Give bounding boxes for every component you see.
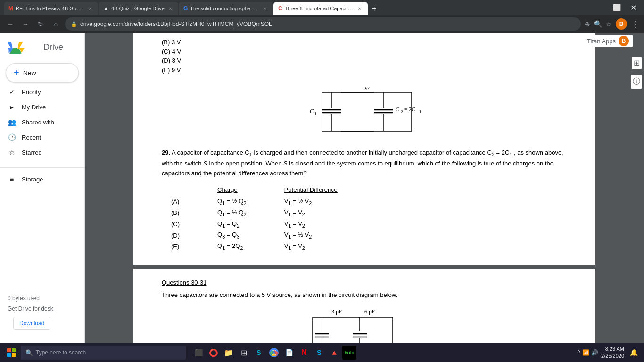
tab-drive[interactable]: ▲ 4B Quiz - Google Drive ✕ [99,2,178,15]
titan-apps-panel: Titan Apps B [583,35,633,47]
row-d-option: (D) [171,230,217,241]
bookmark-icon[interactable]: ☆ [606,20,612,28]
tab-capacitors-label: Three 6-microfarad Capacitors A... [285,6,354,11]
taskbar-search-placeholder: Type here to search [36,349,86,356]
file-explorer-icon[interactable]: 📁 [222,346,236,360]
chevron-up-icon[interactable]: ^ [577,349,580,356]
info-icon[interactable]: ⓘ [631,75,642,89]
question-29-text: 29. A capacitor of capacitance C1 is cha… [162,148,567,179]
download-button[interactable]: Download [13,317,50,330]
netflix-icon[interactable]: N [297,346,311,360]
back-button[interactable]: ← [5,18,16,30]
svg-rect-56 [12,353,16,357]
svg-text:3 μF: 3 μF [331,308,342,315]
address-bar: ← → ↻ ⌂ 🔒 drive.google.com/drive/folders… [0,15,644,33]
drive-logo-text: Drive [43,42,63,52]
sidebar-item-priority[interactable]: ✓ Priority [0,85,81,99]
sidebar-item-priority-label: Priority [22,89,41,96]
row-b-option: (B) [171,207,217,219]
row-d-charge: Q3 = Q3 [217,230,284,241]
option-b: (B) 3 V [162,38,567,47]
tab-drive-label: 4B Quiz - Google Drive [111,6,165,11]
row-c-potential: V1 = V2 [284,219,375,230]
start-menu-icon[interactable]: ⊞ [237,346,251,360]
sidebar-item-shared[interactable]: 👥 Shared with [0,115,81,129]
clock-date: 2/25/2020 [601,353,624,360]
skype-icon[interactable]: S [312,346,326,360]
address-right-controls: ⊕ 🔍 ☆ B ⋮ [585,18,639,30]
svg-text:C: C [396,106,400,113]
table-row: (D) Q3 = Q3 V1 = ½ V2 [171,230,375,241]
document-viewer[interactable]: (B) 3 V (C) 4 V (D) 8 V (E) 9 V S/ [85,33,644,343]
questions-header: Questions 30-31 [162,279,206,286]
system-clock[interactable]: 8:23 AM 2/25/2020 [601,346,624,360]
row-a-charge: Q1 = ½ Q2 [217,196,284,207]
tabs-area: M RE: Link to Physics 4B Google Dr... ✕ … [4,0,592,15]
speaker-icon[interactable]: 🔊 [591,349,598,356]
close-button[interactable]: ✕ [627,3,640,12]
tab-sphere-close[interactable]: ✕ [262,5,268,12]
windows-logo-icon [7,348,16,357]
sidebar-item-recent[interactable]: 🕐 Recent [0,130,81,144]
profile-button[interactable]: B [616,18,627,30]
sidebar-item-recent-label: Recent [22,134,41,141]
row-d-potential: V1 = ½ V2 [284,230,375,241]
maps-icon[interactable]: 🔺 [327,346,341,360]
taskbar: 🔍 Type here to search ⬛ ⭕ 📁 ⊞ S 📄 N [0,343,644,362]
hulu-icon[interactable]: hulu [342,346,356,360]
system-tray: ^ 📶 🔊 [577,349,598,356]
svg-rect-53 [7,348,11,352]
search-icon[interactable]: 🔍 [594,20,602,28]
lock-icon: 🔒 [71,21,77,27]
url-bar[interactable]: 🔒 drive.google.com/drive/folders/1BbjHbd… [65,17,581,31]
tab-drive-close[interactable]: ✕ [167,5,173,12]
task-view-button[interactable]: ⬛ [191,346,206,360]
start-button[interactable] [4,345,19,360]
tab-capacitors[interactable]: C Three 6-microfarad Capacitors A... ✕ [273,2,368,15]
taskbar-search[interactable]: 🔍 Type here to search [21,346,186,360]
home-button[interactable]: ⌂ [50,18,61,30]
row-e-potential: V1 = V2 [284,241,375,252]
refresh-button[interactable]: ↻ [35,18,46,30]
forward-button[interactable]: → [20,18,31,30]
plus-icon: + [14,67,19,78]
title-bar: M RE: Link to Physics 4B Google Dr... ✕ … [0,0,644,15]
svg-text:1: 1 [419,109,421,114]
sidebar-item-storage[interactable]: ≡ Storage [0,172,81,186]
taskbar-app-s[interactable]: S [252,346,266,360]
sidebar-item-mydrive[interactable]: ▶ My Drive [0,100,81,114]
table-row: (C) Q1 = Q2 V1 = V2 [171,219,375,230]
sidebar-item-shared-label: Shared with [22,119,54,126]
new-button[interactable]: + New [6,63,79,82]
gmail-icon: M [8,5,13,12]
tab-gmail-label: RE: Link to Physics 4B Google Dr... [16,6,84,11]
extensions-icon[interactable]: ⊕ [585,20,590,28]
chrome-icon[interactable] [267,346,281,360]
svg-rect-54 [12,348,16,352]
sidebar-item-starred-label: Starred [22,149,42,156]
shared-icon: 👥 [8,118,16,126]
network-icon[interactable]: 📶 [582,349,589,356]
grid-icon[interactable]: ⊞ [632,57,642,69]
mydrive-icon: ▶ [8,103,16,111]
get-drive-label: Get Drive for desk [8,305,77,312]
sidebar-item-starred[interactable]: ☆ Starred [0,145,81,159]
tab-sphere[interactable]: G The solid conducting sphere of r... ✕ [179,2,273,15]
starred-icon: ☆ [8,148,16,156]
titan-profile-button[interactable]: B [619,36,629,46]
menu-icon[interactable]: ⋮ [631,19,639,29]
minimize-button[interactable]: — [592,3,607,12]
notification-button[interactable]: 🔔 [627,346,640,359]
tab-capacitors-close[interactable]: ✕ [356,5,363,12]
tab-gmail-close[interactable]: ✕ [87,5,93,12]
acrobat-icon[interactable]: 📄 [282,346,296,360]
new-tab-button[interactable]: + [368,3,380,15]
chrome-logo-icon [269,348,279,357]
cortana-button[interactable]: ⭕ [206,346,221,360]
tab-gmail[interactable]: M RE: Link to Physics 4B Google Dr... ✕ [4,2,98,15]
row-c-option: (C) [171,219,217,230]
row-b-potential: V1 = V2 [284,207,375,219]
circuit-svg-q29: S/ [303,84,426,140]
priority-icon: ✓ [8,88,16,96]
maximize-button[interactable]: ⬜ [609,4,625,11]
